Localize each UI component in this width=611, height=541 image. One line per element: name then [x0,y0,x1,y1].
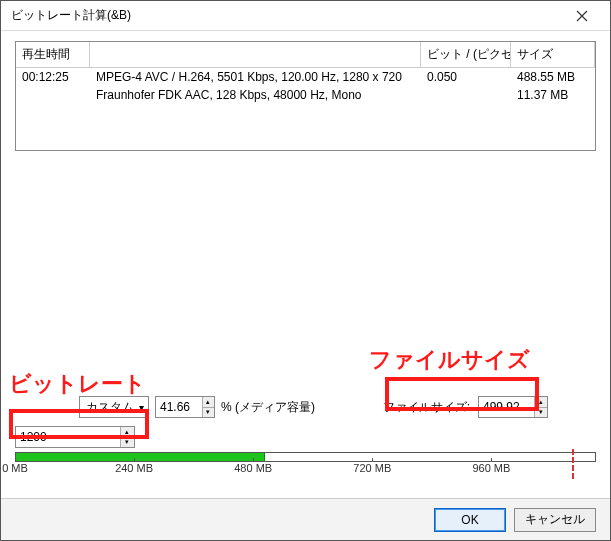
ruler-tick: 0 MB [2,462,28,474]
cancel-button[interactable]: キャンセル [514,508,596,532]
bitrate-input[interactable] [16,427,120,447]
table-row[interactable]: Fraunhofer FDK AAC, 128 Kbps, 48000 Hz, … [16,86,595,104]
spin-down-icon[interactable]: ▾ [535,408,547,418]
media-pct-label: % (メディア容量) [221,399,315,416]
spin-up-icon[interactable]: ▴ [535,397,547,408]
spin-down-icon[interactable]: ▾ [203,408,214,418]
preset-select[interactable]: カスタム ▾ [79,396,149,418]
spin-up-icon[interactable]: ▴ [121,427,134,438]
ruler-tick: 720 MB [353,462,391,474]
ruler-fill [16,453,265,461]
table-row[interactable]: 00:12:25 MPEG-4 AVC / H.264, 5501 Kbps, … [16,68,595,86]
col-duration[interactable]: 再生時間 [16,42,90,68]
filesize-label: ファイルサイズ: [383,399,470,416]
col-bpp[interactable]: ビット / (ピクセル*... [421,42,511,68]
size-ruler: 0 MB240 MB480 MB720 MB960 MB [15,452,596,484]
ruler-tick: 960 MB [472,462,510,474]
spin-up-icon[interactable]: ▴ [203,397,214,408]
window-title: ビットレート計算(&B) [11,7,562,24]
chevron-down-icon: ▾ [139,402,144,413]
media-pct-input[interactable] [156,397,202,417]
ruler-tick: 480 MB [234,462,272,474]
col-size[interactable]: サイズ [511,42,595,68]
spin-down-icon[interactable]: ▾ [121,438,134,448]
close-button[interactable] [562,2,602,30]
bitrate-spinner[interactable]: ▴▾ [15,426,135,448]
filesize-spinner[interactable]: ▴▾ [478,396,548,418]
annotation-bitrate: ビットレート [9,369,146,399]
stream-table: 再生時間 ビット / (ピクセル*... サイズ 00:12:25 MPEG-4… [15,41,596,151]
annotation-filesize: ファイルサイズ [369,345,530,375]
media-pct-spinner[interactable]: ▴▾ [155,396,215,418]
filesize-input[interactable] [479,397,534,417]
col-desc[interactable] [90,42,421,68]
ruler-tick: 240 MB [115,462,153,474]
ok-button[interactable]: OK [434,508,506,532]
